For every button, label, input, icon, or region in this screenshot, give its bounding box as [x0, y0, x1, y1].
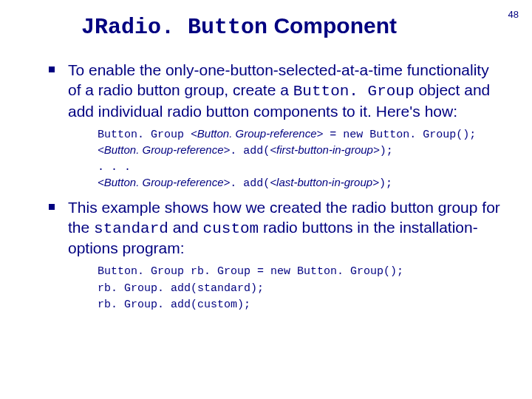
code-block: Button. Group <Button. Group-reference> … — [98, 126, 502, 192]
paragraph: This example shows how we created the ra… — [68, 198, 502, 259]
slide: 48 JRadio. Button Component To enable th… — [0, 0, 532, 399]
page-number: 48 — [508, 9, 519, 20]
body-list: To enable the only-one-button-selected-a… — [44, 61, 502, 313]
title-rest: Component — [267, 13, 397, 38]
slide-title: JRadio. Button Component — [81, 13, 502, 40]
code-block: Button. Group rb. Group = new Button. Gr… — [98, 263, 502, 313]
bullet-item: To enable the only-one-button-selected-a… — [44, 61, 502, 192]
bullet-item: This example shows how we created the ra… — [44, 198, 502, 313]
paragraph: To enable the only-one-button-selected-a… — [68, 61, 502, 122]
title-code: JRadio. Button — [81, 15, 267, 40]
